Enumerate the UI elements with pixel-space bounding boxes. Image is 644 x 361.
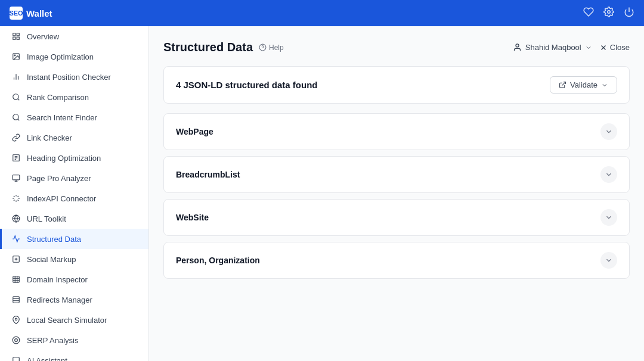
instant-position-checker-icon [11,72,21,82]
svg-line-25 [17,200,18,201]
domain-inspector-icon [11,275,21,284]
social-markup-icon [11,254,21,264]
page-title: Structured Data [163,41,253,54]
settings-icon[interactable] [603,7,614,20]
question-circle-icon [259,43,267,51]
sidebar-label-url-toolkit: URL Toolkit [27,214,66,223]
search-intent-finder-icon [11,113,21,122]
sidebar-label-rank-comparison: Rank Comparison [27,93,89,102]
logo-icon: SEO [10,7,23,20]
chevron-down-webpage-icon [600,123,617,140]
sidebar-item-redirects-manager[interactable]: Redirects Manager [0,290,148,310]
svg-point-13 [13,114,18,120]
sidebar-label-link-checker: Link Checker [27,133,72,142]
sidebar-item-heading-optimization[interactable]: Heading Optimization [0,148,148,168]
sidebar-item-serp-analysis[interactable]: SERP Analysis [0,330,148,350]
svg-line-14 [18,119,20,121]
accordion-header-website[interactable]: WebSite [164,200,629,235]
sidebar-label-overview: Overview [27,32,59,41]
svg-rect-5 [13,37,16,39]
url-toolkit-icon [11,214,21,223]
page-pro-analyzer-icon [11,173,21,183]
user-area[interactable]: Shahid Maqbool [513,43,592,52]
heading-optimization-icon [11,153,21,163]
sidebar-label-redirects-manager: Redirects Manager [27,295,92,304]
page-header: Structured Data Help Shahid Maqbool Clos… [163,41,630,54]
accordion-item-website: WebSite [163,199,630,236]
structured-data-icon [11,234,21,244]
svg-line-12 [18,99,20,101]
image-optimization-icon [11,52,21,61]
sidebar-item-indexapi-connector[interactable]: IndexAPI Connector [0,188,148,208]
svg-point-42 [13,337,20,344]
topbar: SEO Wallet [0,0,644,26]
topbar-actions [583,7,634,20]
heart-icon[interactable] [583,7,594,20]
svg-point-43 [15,339,18,342]
svg-point-52 [516,44,519,47]
sidebar-item-page-pro-analyzer[interactable]: Page Pro Analyzer [0,168,148,188]
summary-text: 4 JSON-LD structured data found [176,80,318,90]
x-icon [599,43,608,52]
help-label: Help [269,43,284,52]
accordion-item-breadcrumblist: BreadcrumbList [163,156,630,193]
svg-rect-3 [17,33,19,36]
user-icon [513,43,522,52]
serp-analysis-icon [11,335,21,345]
sidebar-label-image-optimization: Image Optimization [27,52,94,61]
sidebar-item-social-markup[interactable]: Social Markup [0,249,148,269]
help-link[interactable]: Help [259,43,284,52]
rank-comparison-icon [11,92,21,102]
close-label: Close [610,43,630,52]
sidebar-label-social-markup: Social Markup [27,255,76,264]
sidebar-label-heading-optimization: Heading Optimization [27,154,101,163]
sidebar-label-domain-inspector: Domain Inspector [27,275,88,284]
sidebar-item-overview[interactable]: Overview [0,26,148,46]
sidebar-item-structured-data[interactable]: Structured Data [0,229,148,249]
app-layout: Overview Image Optimization Instant Posi… [0,26,644,361]
close-button[interactable]: Close [599,43,630,52]
svg-rect-19 [13,175,20,180]
accordion-title-website: WebSite [176,213,209,222]
sidebar-label-structured-data: Structured Data [27,235,81,244]
sidebar-item-link-checker[interactable]: Link Checker [0,127,148,148]
sidebar-item-search-intent-finder[interactable]: Search Intent Finder [0,107,148,127]
accordion-header-breadcrumblist[interactable]: BreadcrumbList [164,157,629,192]
ai-assistant-icon [11,356,21,361]
validate-button[interactable]: Validate [550,76,617,94]
logo-seo: SEO [9,10,23,17]
svg-rect-4 [17,37,19,39]
svg-point-11 [13,94,18,99]
power-icon[interactable] [624,7,634,20]
local-search-simulator-icon [11,315,21,325]
overview-icon [11,32,21,41]
page-header-right: Shahid Maqbool Close [513,43,630,52]
svg-rect-33 [13,276,20,283]
page-title-area: Structured Data Help [163,41,284,54]
validate-label: Validate [570,80,597,89]
sidebar-item-ai-assistant[interactable]: AI Assistant [0,350,148,361]
svg-line-55 [562,82,565,86]
accordion-item-webpage: WebPage [163,113,630,150]
accordion-header-person-organization[interactable]: Person, Organization [164,242,629,278]
accordion-item-person-organization: Person, Organization [163,242,630,279]
sidebar-item-domain-inspector[interactable]: Domain Inspector [0,269,148,290]
sidebar-item-rank-comparison[interactable]: Rank Comparison [0,87,148,107]
brand-name: Wallet [26,8,52,18]
accordion-title-webpage: WebPage [176,127,213,136]
svg-rect-2 [13,33,16,36]
svg-line-24 [14,196,15,197]
sidebar-label-local-search-simulator: Local Search Simulator [27,316,107,325]
sidebar-item-image-optimization[interactable]: Image Optimization [0,46,148,67]
sidebar-item-instant-position-checker[interactable]: Instant Position Checker [0,67,148,87]
sidebar-item-url-toolkit[interactable]: URL Toolkit [0,208,148,229]
sidebar-label-search-intent-finder: Search Intent Finder [27,113,97,122]
svg-line-28 [14,200,15,201]
svg-point-7 [14,55,16,56]
accordion-header-webpage[interactable]: WebPage [164,114,629,150]
chevron-down-validate-icon [601,82,608,89]
sidebar-item-local-search-simulator[interactable]: Local Search Simulator [0,310,148,330]
user-name: Shahid Maqbool [525,43,581,52]
accordion-container: WebPage BreadcrumbList WebSite Person, O… [163,113,630,279]
sidebar-label-page-pro-analyzer: Page Pro Analyzer [27,174,91,183]
